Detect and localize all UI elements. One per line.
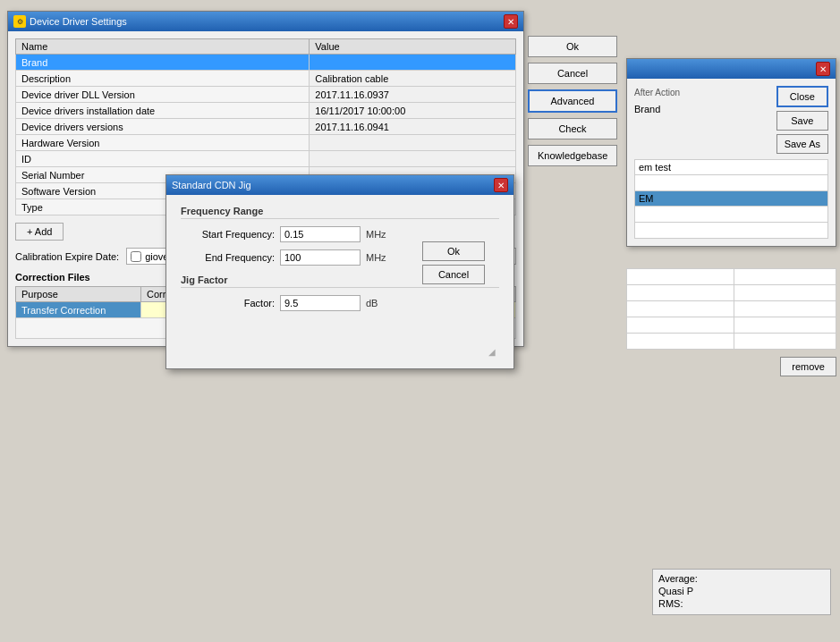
- action-panel: Ok Cancel Advanced Check Knowledgebase: [528, 36, 617, 166]
- col-name: Name: [16, 39, 310, 55]
- config-titlebar: ✕: [627, 59, 836, 79]
- resize-handle[interactable]: ◢: [488, 347, 497, 356]
- config-cell-2: [635, 175, 828, 191]
- right-cell-5a: [627, 334, 734, 350]
- factor-label: Factor:: [181, 298, 275, 308]
- right-cell-2a: [627, 285, 734, 301]
- prop-name: Description: [16, 71, 310, 87]
- remove-button[interactable]: remove: [780, 357, 836, 376]
- right-row-5[interactable]: [627, 334, 836, 350]
- expire-label: Calibration Expire Date:: [15, 251, 119, 262]
- config-row-5[interactable]: [635, 223, 828, 239]
- advanced-button[interactable]: Advanced: [528, 89, 617, 113]
- corr-purpose: Transfer Correction: [16, 302, 141, 318]
- right-cell-1b: [734, 269, 836, 285]
- table-row[interactable]: Device driver DLL Version2017.11.16.0937: [16, 87, 516, 103]
- config-row-1[interactable]: em test: [635, 160, 828, 175]
- cdn-close-btn[interactable]: ✕: [494, 178, 508, 192]
- table-row[interactable]: Hardware Version: [16, 135, 516, 151]
- rms-row: RMS:: [658, 598, 825, 609]
- cdn-inner: Frequency Range Start Frequency: MHz End…: [181, 206, 499, 358]
- device-window-close[interactable]: ✕: [504, 14, 518, 29]
- cdn-cancel-btn[interactable]: Cancel: [422, 265, 485, 284]
- cancel-button[interactable]: Cancel: [528, 63, 617, 84]
- config-btn-group: After Action Brand Close Save Save As: [634, 86, 828, 154]
- right-row-1[interactable]: [627, 269, 836, 285]
- date-checkbox[interactable]: [131, 251, 141, 262]
- quasi-peak-row: Quasi P: [658, 586, 825, 596]
- factor-unit: dB: [366, 298, 393, 308]
- prop-value: [310, 151, 516, 167]
- right-cell-3a: [627, 301, 734, 317]
- table-row[interactable]: DescriptionCalibration cable: [16, 71, 516, 87]
- device-window-titlebar: ⚙ Device Driver Settings ✕: [8, 12, 523, 31]
- prop-name: Device driver DLL Version: [16, 87, 310, 103]
- table-row[interactable]: Device drivers installation date16/11/20…: [16, 103, 516, 119]
- config-row-4[interactable]: [635, 207, 828, 223]
- table-row[interactable]: Brand: [16, 55, 516, 71]
- prop-name: ID: [16, 151, 310, 167]
- right-cell-1a: [627, 269, 734, 285]
- table-row[interactable]: Device drivers versions2017.11.16.0941: [16, 119, 516, 135]
- window-icon: ⚙: [13, 15, 26, 28]
- after-action-label: After Action: [634, 86, 773, 98]
- knowledgebase-button[interactable]: Knowledgebase: [528, 145, 617, 166]
- cdn-titlebar: Standard CDN Jig ✕: [166, 175, 513, 195]
- config-window: ✕ After Action Brand Close Save Save As …: [626, 58, 836, 247]
- prop-name: Hardware Version: [16, 135, 310, 151]
- prop-value: Calibration cable: [310, 71, 516, 87]
- save-as-config-btn[interactable]: Save As: [776, 134, 828, 154]
- cdn-ok-btn[interactable]: Ok: [422, 241, 485, 261]
- right-cell-3b: [734, 301, 836, 317]
- config-cell-4: [635, 207, 828, 223]
- config-right-btns: Close Save Save As: [776, 86, 828, 154]
- prop-value: 2017.11.16.0941: [310, 119, 516, 135]
- prop-name: Brand: [16, 55, 310, 71]
- right-cell-4a: [627, 317, 734, 334]
- close-config-btn[interactable]: Close: [776, 86, 828, 107]
- check-button[interactable]: Check: [528, 118, 617, 139]
- cdn-dialog-title: Standard CDN Jig: [172, 180, 251, 190]
- col-value: Value: [310, 39, 516, 55]
- prop-value: 2017.11.16.0937: [310, 87, 516, 103]
- corr-col-purpose: Purpose: [16, 287, 141, 302]
- freq-range-title: Frequency Range: [181, 206, 499, 219]
- factor-row: Factor: dB: [181, 295, 499, 311]
- start-freq-input[interactable]: [280, 226, 361, 242]
- right-cell-4b: [734, 317, 836, 334]
- rms-label: RMS:: [658, 598, 683, 609]
- remove-btn-container: remove: [626, 353, 836, 376]
- average-label: Average:: [658, 573, 698, 584]
- prop-name: Device drivers versions: [16, 119, 310, 135]
- end-freq-label: End Frequency:: [181, 252, 275, 263]
- cdn-content: Frequency Range Start Frequency: MHz End…: [166, 195, 513, 368]
- save-config-btn[interactable]: Save: [776, 111, 828, 131]
- end-freq-input[interactable]: [280, 249, 361, 266]
- right-cell-5b: [734, 334, 836, 350]
- right-row-4[interactable]: [627, 317, 836, 334]
- config-window-close[interactable]: ✕: [816, 62, 830, 76]
- add-button[interactable]: + Add: [15, 223, 64, 241]
- start-freq-unit: MHz: [366, 229, 393, 240]
- right-row-2[interactable]: [627, 285, 836, 301]
- config-row-2[interactable]: [635, 175, 828, 191]
- right-table: [626, 268, 836, 350]
- ok-button[interactable]: Ok: [528, 36, 617, 57]
- right-row-3[interactable]: [627, 301, 836, 317]
- factor-input[interactable]: [280, 295, 361, 311]
- prop-value: [310, 135, 516, 151]
- right-cell-2b: [734, 285, 836, 301]
- table-row[interactable]: ID: [16, 151, 516, 167]
- config-table: em test EM: [634, 159, 828, 239]
- config-content: After Action Brand Close Save Save As em…: [627, 79, 836, 246]
- prop-value: 16/11/2017 10:00:00: [310, 103, 516, 119]
- cdn-buttons: Ok Cancel: [422, 241, 485, 284]
- brand-label: Brand: [634, 102, 773, 116]
- config-cell-5: [635, 223, 828, 239]
- config-cell-1: em test: [635, 160, 828, 175]
- end-freq-unit: MHz: [366, 252, 393, 263]
- cdn-dialog: Standard CDN Jig ✕ Frequency Range Start…: [165, 174, 514, 369]
- config-row-3[interactable]: EM: [635, 191, 828, 207]
- average-row: Average:: [658, 573, 825, 584]
- window-title: Device Driver Settings: [30, 16, 127, 27]
